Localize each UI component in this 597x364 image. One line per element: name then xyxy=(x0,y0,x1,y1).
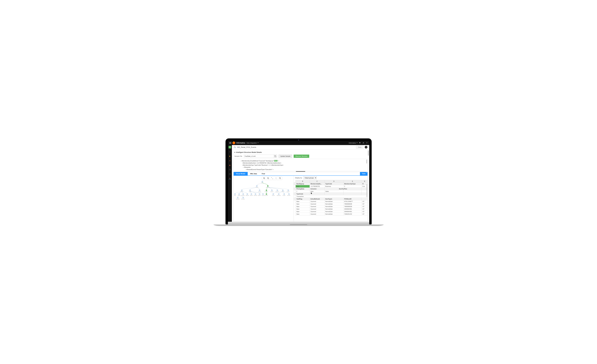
table-view-chip[interactable]: Table ✕ xyxy=(360,172,368,175)
left-nav: + ⌂ ▮ ⋔ ◆ ❐ ❐ xyxy=(228,145,232,222)
canvas-toolbar xyxy=(261,176,283,180)
svg-rect-58 xyxy=(237,197,238,198)
nav-home-icon[interactable]: ⌂ xyxy=(228,150,231,153)
svg-text:PricingD...: PricingD... xyxy=(287,191,290,192)
camera-dot xyxy=(298,139,299,141)
visual-model-canvas[interactable]: POSLogTransportMembershipTransportAddres… xyxy=(234,176,294,222)
accordion-label: Intelligent Structure Model Details xyxy=(236,152,262,153)
svg-text:PricingD...: PricingD... xyxy=(283,195,286,196)
xml-line: <RewardEarned RewardType="Executive" > xyxy=(246,169,274,170)
nav-copy2-icon[interactable]: ❐ xyxy=(228,173,231,175)
data-grid: B C D E R xyxy=(294,180,367,215)
svg-text:Transport: Transport xyxy=(255,187,258,188)
svg-text:TypeCodeE: TypeCodeE xyxy=(236,199,239,199)
grid-data-row[interactable]: false111795599792Business2Exe xyxy=(294,185,368,188)
zoom-out-icon[interactable] xyxy=(267,177,269,179)
svg-rect-6 xyxy=(235,148,236,148)
help-icon[interactable]: ? xyxy=(366,142,368,144)
user-icon[interactable] xyxy=(362,142,364,144)
model-body: POSLogTransportMembershipTransportAddres… xyxy=(234,176,368,222)
nav-structure-icon[interactable] xyxy=(228,177,231,180)
svg-rect-10 xyxy=(262,181,263,182)
workspace: + ⌂ ▮ ⋔ ◆ ❐ ❐ ISD_Reta xyxy=(228,145,369,222)
svg-rect-14 xyxy=(267,185,268,186)
nav-assets-icon[interactable]: ◆ xyxy=(228,164,231,167)
svg-rect-34 xyxy=(238,193,240,195)
details-accordion[interactable]: Intelligent Structure Model Details xyxy=(234,151,368,154)
row-handle[interactable] xyxy=(294,182,296,185)
body-scrollbar[interactable] xyxy=(368,150,369,222)
data-grid-wrap: B C D E R xyxy=(294,180,367,222)
svg-rect-52 xyxy=(278,193,279,195)
grid-scrollbar[interactable] xyxy=(367,184,367,197)
svg-text:Transport: Transport xyxy=(272,195,275,196)
zoom-in-icon[interactable] xyxy=(263,177,265,179)
update-sample-button[interactable]: Update Sample xyxy=(279,155,292,158)
locate-icon[interactable] xyxy=(279,177,281,179)
product-switcher[interactable]: Data Integration xyxy=(246,142,259,144)
svg-text:Body: Body xyxy=(234,195,236,196)
nav-copy1-icon[interactable]: ❐ xyxy=(228,168,231,171)
grid-data-row[interactable]: falseScannedNormalSale2840004381GT xyxy=(294,210,368,213)
nav-connections-icon[interactable]: ⋔ xyxy=(228,159,231,162)
svg-rect-1 xyxy=(230,178,230,178)
display-select[interactable]: Output groups xyxy=(303,176,317,179)
hamburger-icon[interactable] xyxy=(229,142,231,144)
refresh-icon[interactable] xyxy=(275,177,277,179)
laptop-frame: Informatica Data Integration Informatica… xyxy=(226,138,372,226)
svg-rect-24 xyxy=(271,190,272,191)
xml-scrollbar[interactable] xyxy=(366,159,367,164)
sample-file-input[interactable] xyxy=(244,155,274,157)
xml-line: <Rewards> xyxy=(244,167,251,168)
nav-add-button[interactable]: + xyxy=(228,146,231,149)
grid-header-row: TypeCode xyxy=(294,193,368,195)
svg-rect-56 xyxy=(288,193,289,195)
model-tabs: Visual Model XML Data Find Table ✕ xyxy=(234,172,368,176)
tab-xml-data[interactable]: XML Data xyxy=(248,172,259,175)
table-chip-label: Table xyxy=(362,173,366,175)
svg-rect-32 xyxy=(234,193,236,195)
xml-highlight: false xyxy=(274,160,277,162)
svg-rect-22 xyxy=(266,190,267,191)
row-handle[interactable] xyxy=(294,193,296,195)
svg-rect-9 xyxy=(279,177,281,179)
discover-structure-button[interactable]: Discover Structure xyxy=(294,155,309,158)
svg-text:OperatorID: OperatorID xyxy=(245,195,249,196)
grid-data-row[interactable]: falseScannedNormalSale67811256877GT xyxy=(294,200,368,203)
xml-line: <MembershipType TypeCode="Business" > 2 … xyxy=(238,164,363,166)
tab-find[interactable]: Find xyxy=(259,172,267,175)
svg-rect-42 xyxy=(255,193,256,195)
column-letter-row: B C D E R xyxy=(294,180,368,182)
body-scroll-area: Intelligent Structure Model Details Samp… xyxy=(232,150,369,222)
grid-data-row[interactable]: falseScannedNormalSale7046201232GT xyxy=(294,213,368,215)
data-pane: Display by: Output groups xyxy=(294,176,367,222)
product-label: Data Integration xyxy=(246,142,257,144)
row-handle[interactable] xyxy=(294,188,296,190)
svg-text:POSLogDo...: POSLogDo... xyxy=(241,195,245,196)
org-switcher[interactable]: Informatica xyxy=(349,142,357,144)
close-icon[interactable]: ✕ xyxy=(366,172,367,173)
screen-bezel: Informatica Data Integration Informatica… xyxy=(226,138,372,225)
browse-file-icon[interactable] xyxy=(274,155,277,158)
grid-data-row[interactable]: falseScannedNormalSale7800000038GT xyxy=(294,203,368,205)
flag-icon[interactable]: ⚑ xyxy=(359,142,361,144)
svg-rect-26 xyxy=(277,190,278,191)
xml-preview[interactable]: -<Membership EntryMethod="Scanned" NewSi… xyxy=(234,159,368,171)
nav-folder-icon[interactable]: ▮ xyxy=(228,155,231,158)
document-tabbar: ISD_Retail_POS_Events Save ✕ xyxy=(232,145,369,150)
xml-line: <Membership EntryMethod="Scanned" NewSig… xyxy=(241,160,274,162)
tab-visual-model[interactable]: Visual Model xyxy=(234,172,248,175)
save-button[interactable]: Save xyxy=(356,146,363,149)
svg-rect-40 xyxy=(251,193,252,195)
svg-text:RingTime: RingTime xyxy=(250,195,253,196)
svg-text:OneChann...: OneChann... xyxy=(275,191,279,192)
grid-data-row[interactable]: 1falseSales xyxy=(294,190,368,193)
grid-data-row[interactable]: falseScannedNormalSale2840004381GT xyxy=(294,208,368,210)
row-handle[interactable] xyxy=(294,197,296,200)
brand-name: Informatica xyxy=(236,142,245,144)
close-button[interactable]: ✕ xyxy=(365,146,367,149)
grid-data-row[interactable]: falseScannedNormalSale7800000038GT xyxy=(294,205,368,208)
svg-rect-48 xyxy=(266,193,267,195)
svg-rect-36 xyxy=(243,193,244,195)
fit-icon[interactable] xyxy=(271,177,273,179)
